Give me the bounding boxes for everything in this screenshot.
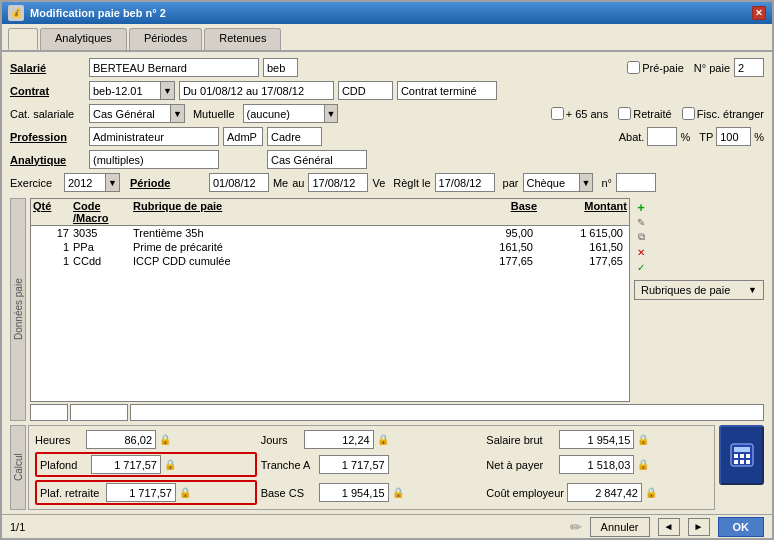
contrat-type-input[interactable]: CDD	[338, 81, 393, 100]
net-payer-lock-icon: 🔒	[637, 459, 649, 470]
cat-select[interactable]: ▼	[89, 104, 185, 123]
plaf-retraite-lock-icon: 🔒	[179, 487, 191, 498]
table-row[interactable]: 1 PPa Prime de précarité 161,50 161,50	[31, 240, 629, 254]
down-icon[interactable]: ✓	[634, 260, 648, 274]
copy-icon[interactable]: ⧉	[634, 230, 648, 244]
plafond-input[interactable]: 1 717,57	[91, 455, 161, 474]
delete-icon[interactable]: ✕	[634, 245, 648, 259]
plaf-retraite-label: Plaf. retraite	[40, 487, 103, 499]
main-content: Salarié BERTEAU Bernard beb Pré-paie N° …	[2, 52, 772, 514]
row3-montant: 177,65	[537, 255, 627, 267]
contrat-dropdown-arrow[interactable]: ▼	[160, 82, 174, 99]
svg-rect-3	[740, 454, 744, 458]
net-payer-input[interactable]: 1 518,03	[559, 455, 634, 474]
abat-row: Abat. % TP 100 %	[619, 127, 764, 146]
ok-button[interactable]: OK	[718, 517, 765, 537]
calcul-grid: Heures 86,02 🔒 Jours 12,24 🔒 Salaire bru…	[35, 430, 708, 449]
plafond-label: Plafond	[40, 459, 88, 471]
periode-start-input[interactable]: 01/08/12	[209, 173, 269, 192]
annuler-button[interactable]: Annuler	[590, 517, 650, 537]
par-value-input[interactable]	[524, 174, 579, 191]
prepay-checkbox[interactable]	[627, 61, 640, 74]
par-select[interactable]: ▼	[523, 173, 594, 192]
regle-date-input[interactable]: 17/08/12	[435, 173, 495, 192]
add-icon[interactable]: +	[634, 200, 648, 214]
contrat-value-input[interactable]	[90, 82, 160, 99]
page-indicator: 1/1	[10, 521, 25, 533]
abat-input[interactable]	[647, 127, 677, 146]
mutuelle-select[interactable]: ▼	[243, 104, 339, 123]
svg-rect-4	[746, 454, 750, 458]
paie-no-input[interactable]: 2	[734, 58, 764, 77]
pen-icon: ✏	[570, 519, 582, 535]
svg-rect-2	[734, 454, 738, 458]
cat-value-input[interactable]	[90, 105, 170, 122]
profession-value-input[interactable]: Administrateur	[89, 127, 219, 146]
regle-label: Règlt le	[393, 177, 430, 189]
svg-rect-1	[734, 447, 750, 452]
table-container: Qté Code /Macro Rubrique de paie Base Mo…	[30, 198, 764, 421]
title-bar: 💰 Modification paie beb n° 2 ✕	[2, 2, 772, 24]
tp-percent: %	[754, 131, 764, 143]
exercice-row: Exercice ▼ Période 01/08/12 Me au 17/08/…	[10, 173, 764, 192]
no-input[interactable]	[616, 173, 656, 192]
mutuelle-value-input[interactable]	[244, 105, 324, 122]
plaf-retraite-input[interactable]: 1 717,57	[106, 483, 176, 502]
table-input-rubrique[interactable]	[130, 404, 764, 421]
jours-input[interactable]: 12,24	[304, 430, 374, 449]
table-input-code[interactable]	[70, 404, 128, 421]
svg-rect-7	[746, 460, 750, 464]
table-row[interactable]: 1 CCdd ICCP CDD cumulée 177,65 177,65	[31, 254, 629, 268]
jours-row: Jours 12,24 🔒	[261, 430, 483, 449]
prev-button[interactable]: ◄	[658, 518, 680, 536]
analytique-value-input[interactable]: (multiples)	[89, 150, 219, 169]
svg-rect-6	[740, 460, 744, 464]
jours-lock-icon: 🔒	[377, 434, 389, 445]
salarie-name-input[interactable]: BERTEAU Bernard	[89, 58, 259, 77]
edit-icon[interactable]: ✎	[634, 215, 648, 229]
plaf-retraite-row: Plaf. retraite 1 717,57 🔒	[35, 480, 257, 505]
tab-analytiques[interactable]: Analytiques	[40, 28, 127, 50]
par-dropdown-arrow[interactable]: ▼	[579, 174, 593, 191]
exercice-select[interactable]: ▼	[64, 173, 120, 192]
contrat-status-input[interactable]: Contrat terminé	[397, 81, 497, 100]
contrat-select[interactable]: ▼	[89, 81, 175, 100]
table-row[interactable]: 17 3035 Trentième 35h 95,00 1 615,00	[31, 226, 629, 240]
plus65-checkbox[interactable]	[551, 107, 564, 120]
heures-input[interactable]: 86,02	[86, 430, 156, 449]
contrat-period-input[interactable]: Du 01/08/12 au 17/08/12	[179, 81, 334, 100]
calculator-button[interactable]	[719, 425, 764, 485]
profession-code-input[interactable]: AdmP	[223, 127, 263, 146]
tab-retenues[interactable]: Retenues	[204, 28, 281, 50]
exercice-value-input[interactable]	[65, 174, 105, 191]
rubriques-button[interactable]: Rubriques de paie ▼	[634, 280, 764, 300]
tp-input[interactable]: 100	[716, 127, 751, 146]
salaire-brut-input[interactable]: 1 954,15	[559, 430, 634, 449]
table-and-right: Qté Code /Macro Rubrique de paie Base Mo…	[30, 198, 764, 402]
periode-end-input[interactable]: 17/08/12	[308, 173, 368, 192]
trancheA-input[interactable]: 1 717,57	[319, 455, 389, 474]
profession-type-input[interactable]: Cadre	[267, 127, 322, 146]
cout-emp-row: Coût employeur 2 847,42 🔒	[486, 480, 708, 505]
table-input-qty[interactable]	[30, 404, 68, 421]
retraite-checkbox[interactable]	[618, 107, 631, 120]
row2-code: PPa	[73, 241, 133, 253]
base-cs-input[interactable]: 1 954,15	[319, 483, 389, 502]
mutuelle-dropdown-arrow[interactable]: ▼	[324, 105, 338, 122]
next-button[interactable]: ►	[688, 518, 710, 536]
plafond-lock-icon: 🔒	[164, 459, 176, 470]
analytique-cas-input[interactable]: Cas Général	[267, 150, 367, 169]
tab-main[interactable]	[8, 28, 38, 50]
row3-rubrique: ICCP CDD cumulée	[133, 255, 457, 267]
close-button[interactable]: ✕	[752, 6, 766, 20]
cat-dropdown-arrow[interactable]: ▼	[170, 105, 184, 122]
fisc-checkbox[interactable]	[682, 107, 695, 120]
profession-label: Profession	[10, 131, 85, 143]
header-rubrique: Rubrique de paie	[133, 200, 457, 224]
exercice-dropdown-arrow[interactable]: ▼	[105, 174, 119, 191]
exercice-label: Exercice	[10, 177, 60, 189]
tab-periodes[interactable]: Périodes	[129, 28, 202, 50]
table-body[interactable]: 17 3035 Trentième 35h 95,00 1 615,00 1 P…	[31, 226, 629, 401]
cout-emp-input[interactable]: 2 847,42	[567, 483, 642, 502]
salarie-code-input[interactable]: beb	[263, 58, 298, 77]
